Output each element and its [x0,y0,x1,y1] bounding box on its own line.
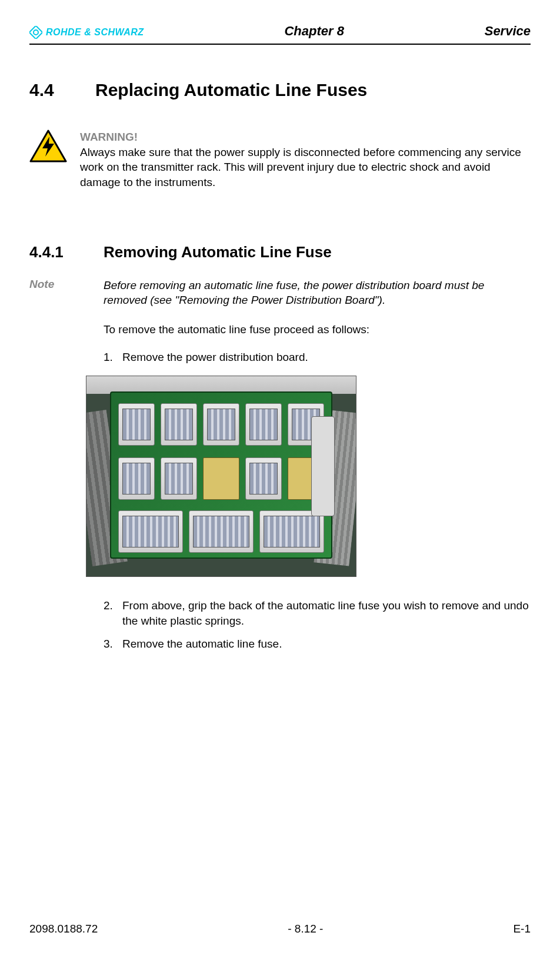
figure [86,376,531,577]
warning-body: Always make sure that the power supply i… [80,146,521,188]
brand-text: ROHDE & SCHWARZ [46,27,144,38]
list-text: From above, grip the back of the automat… [122,598,531,628]
intro-paragraph: To remove the automatic line fuse procee… [104,322,531,337]
list-number: 1. [104,350,116,365]
header-chapter: Chapter 8 [144,24,485,39]
footer-doc-id: 2098.0188.72 [29,923,98,935]
warning-block: WARNING! Always make sure that the power… [29,130,531,190]
heading-number: 4.4 [29,80,72,100]
brand-diamond-icon [29,26,42,39]
list-item: 3. Remove the automatic line fuse. [104,636,531,652]
note-block: Note Before removing an automatic line f… [29,278,531,308]
page: ROHDE & SCHWARZ Chapter 8 Service 4.4 Re… [0,0,560,959]
body-column: To remove the automatic line fuse procee… [104,322,531,652]
svg-rect-0 [29,26,42,39]
heading-number: 4.4.1 [29,243,80,261]
list-number: 3. [104,636,116,652]
svg-point-1 [34,30,38,35]
heading-title: Replacing Automatic Line Fuses [95,80,367,100]
heading-4-4: 4.4 Replacing Automatic Line Fuses [29,80,531,100]
list-item: 2. From above, grip the back of the auto… [104,598,531,628]
warning-text: WARNING! Always make sure that the power… [80,130,531,190]
page-header: ROHDE & SCHWARZ Chapter 8 Service [29,24,531,42]
warning-title: WARNING! [80,131,138,143]
note-body: Before removing an automatic line fuse, … [104,278,531,308]
brand-logo: ROHDE & SCHWARZ [29,26,144,39]
page-footer: 2098.0188.72 - 8.12 - E-1 [29,923,531,935]
procedure-list-cont: 2. From above, grip the back of the auto… [104,598,531,652]
content: 4.4 Replacing Automatic Line Fuses WARNI… [29,45,531,652]
heading-title: Removing Automatic Line Fuse [104,243,332,261]
procedure-list: 1. Remove the power distribution board. [104,350,531,365]
warning-icon [29,130,67,162]
footer-page-number: - 8.12 - [288,923,323,935]
note-label: Note [29,278,80,308]
power-distribution-board-photo [86,376,356,577]
list-text: Remove the automatic line fuse. [122,636,531,652]
list-item: 1. Remove the power distribution board. [104,350,531,365]
footer-revision: E-1 [513,923,531,935]
header-section-label: Service [485,24,531,39]
heading-4-4-1: 4.4.1 Removing Automatic Line Fuse [29,243,531,261]
list-number: 2. [104,598,116,628]
list-text: Remove the power distribution board. [122,350,531,365]
